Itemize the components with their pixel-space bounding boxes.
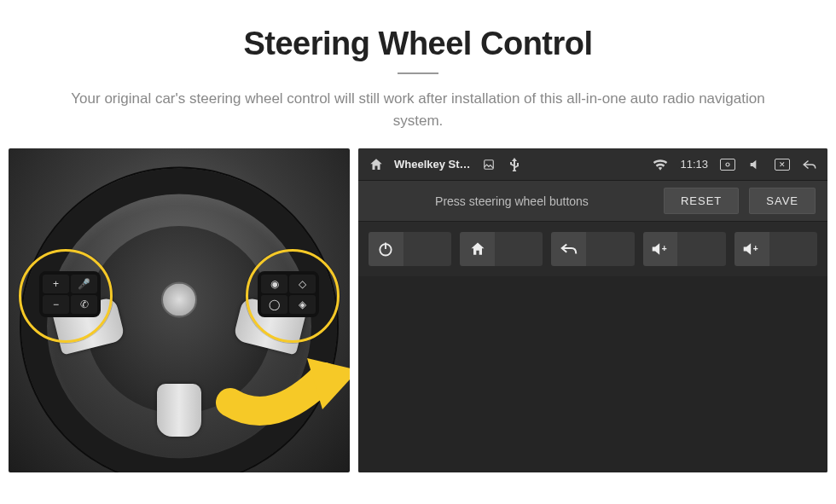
svg-text:+: + xyxy=(662,244,667,253)
wheel-emblem xyxy=(161,281,197,317)
highlight-circle-right xyxy=(246,249,340,343)
slot-assign-area[interactable] xyxy=(586,232,634,266)
status-bar: Wheelkey St… 11:13 ✕ xyxy=(358,148,827,181)
usb-icon[interactable] xyxy=(507,157,522,172)
slot-volume-up-2[interactable]: + xyxy=(734,232,817,266)
slot-undo[interactable] xyxy=(551,232,634,266)
slot-home[interactable] xyxy=(460,232,543,266)
volume-up-icon: + xyxy=(643,232,678,266)
home-icon[interactable] xyxy=(369,157,384,172)
image-icon[interactable] xyxy=(481,157,496,172)
empty-area xyxy=(358,276,827,472)
clock-time: 11:13 xyxy=(680,158,708,171)
svg-rect-0 xyxy=(484,159,493,169)
page-title: Steering Wheel Control xyxy=(34,26,802,62)
slot-assign-area[interactable] xyxy=(677,232,725,266)
slot-volume-up-1[interactable]: + xyxy=(643,232,726,266)
home-icon xyxy=(460,232,495,266)
volume-up-icon: + xyxy=(734,232,769,266)
spoke-bottom xyxy=(157,384,201,437)
close-app-icon[interactable]: ✕ xyxy=(775,159,790,171)
instruction-text: Press steering wheel buttons xyxy=(370,194,653,208)
slot-power[interactable] xyxy=(369,232,451,266)
title-divider xyxy=(398,72,438,74)
reset-button[interactable]: RESET xyxy=(664,188,739,214)
undo-icon xyxy=(551,232,586,266)
page-subtitle: Your original car's steering wheel contr… xyxy=(60,88,776,131)
highlight-circle-left xyxy=(19,249,113,343)
toolbar: Press steering wheel buttons RESET SAVE xyxy=(358,181,827,222)
headunit-screen: Wheelkey St… 11:13 ✕ xyxy=(358,148,827,472)
svg-text:+: + xyxy=(753,244,758,253)
slot-assign-area[interactable] xyxy=(495,232,543,266)
cast-icon[interactable] xyxy=(720,159,735,171)
power-icon xyxy=(369,232,403,266)
slot-assign-area[interactable] xyxy=(769,232,817,266)
back-icon[interactable] xyxy=(802,157,817,172)
wifi-icon[interactable] xyxy=(653,157,668,172)
svg-point-1 xyxy=(726,163,729,166)
save-button[interactable]: SAVE xyxy=(749,188,816,214)
steering-wheel-photo: + 🎤 − ✆ ◉ ◇ ◯ ◈ xyxy=(9,148,350,472)
mute-icon[interactable] xyxy=(747,157,763,172)
assignment-slots: + + xyxy=(358,222,827,276)
app-title: Wheelkey St… xyxy=(394,158,471,171)
slot-assign-area[interactable] xyxy=(403,232,451,266)
